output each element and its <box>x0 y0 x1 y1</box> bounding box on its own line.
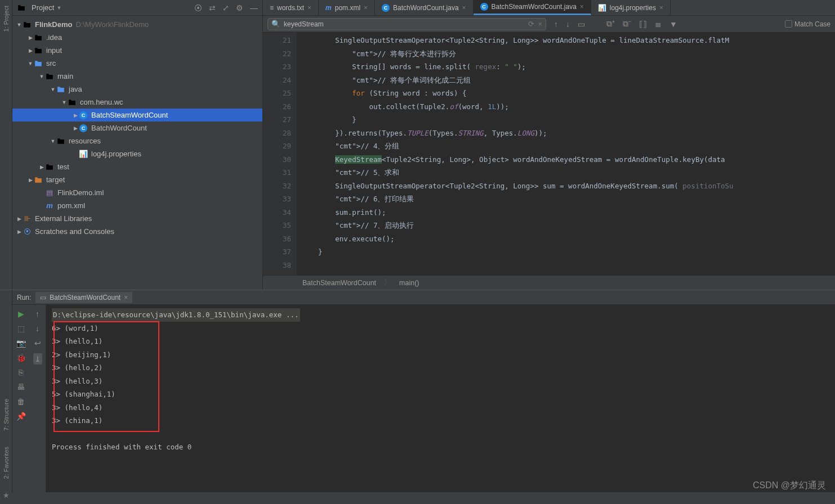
tree-node[interactable]: ▶input <box>12 44 262 57</box>
tree-node[interactable]: ▼resources <box>12 134 262 147</box>
find-history-icon[interactable]: ⟳ <box>528 20 534 28</box>
project-tree[interactable]: ▼ FlinkDemo D:\MyWork\FlinkDemo ▶.idea ▶… <box>12 16 262 290</box>
editor-tab[interactable]: ≡words.txt× <box>263 0 319 15</box>
pin-icon[interactable]: 📌 <box>16 412 26 421</box>
tree-node-selected[interactable]: ▶CBatchSteamWordCount <box>12 109 262 122</box>
tree-node[interactable]: ▼main <box>12 70 262 83</box>
editor-tab[interactable]: mpom.xml× <box>319 0 375 15</box>
print-icon[interactable]: 🖶 <box>17 382 25 392</box>
run-icon[interactable]: ▶ <box>18 309 24 318</box>
editor-tab[interactable]: 📊log4j.properties× <box>591 0 671 15</box>
code-editor[interactable]: SingleOutputStreamOperator<Tuple2<String… <box>297 33 835 275</box>
scrollend-icon[interactable]: ⤓ <box>33 353 42 364</box>
project-panel-title: Project <box>32 3 54 12</box>
sidebar-tab-project[interactable]: 1: Project <box>2 2 11 35</box>
remove-selection-icon[interactable]: ⧉⁻ <box>623 19 631 29</box>
run-title: Run: <box>17 294 31 302</box>
breadcrumb[interactable]: BatchSteamWordCount <box>302 279 376 287</box>
watermark: CSDN @梦幻通灵 <box>753 480 826 492</box>
next-match-icon[interactable]: ↓ <box>566 20 570 29</box>
sidebar-tab-favorites[interactable]: 2: Favorites <box>2 443 11 482</box>
tree-node[interactable]: ▼com.henu.wc <box>12 96 262 109</box>
gutter: 212223242526272829303132333435363738 <box>263 33 297 275</box>
exit-icon[interactable]: ⎘ <box>19 368 23 377</box>
softwrap-icon[interactable]: ↩ <box>34 339 41 348</box>
tree-node[interactable]: ▼src <box>12 57 262 70</box>
match-case-checkbox[interactable]: Match Case <box>785 20 830 28</box>
editor-tabs: ≡words.txt× mpom.xml× CBatchWordCount.ja… <box>263 0 835 16</box>
stop-icon[interactable]: ⬚ <box>17 324 25 333</box>
tree-node[interactable]: ▶CBatchWordCount <box>12 122 262 134</box>
tree-node[interactable]: ▼java <box>12 83 262 96</box>
down-icon[interactable]: ↓ <box>35 324 39 333</box>
gear-icon[interactable]: ⚙ <box>236 3 243 12</box>
close-icon[interactable]: × <box>659 4 663 12</box>
locate-icon[interactable]: ⦿ <box>194 3 202 12</box>
console-output[interactable]: D:\eclipse-ide\resource\java\jdk1.8.0_15… <box>46 305 835 492</box>
breadcrumb[interactable]: main() <box>399 279 419 287</box>
hide-icon[interactable]: — <box>250 3 258 12</box>
expand-icon[interactable]: ⇄ <box>209 3 216 12</box>
run-tab[interactable]: ▭ BatchSteamWordCount × <box>35 292 132 303</box>
search-icon: 🔍 <box>271 20 280 28</box>
tree-node[interactable]: ▤FlinkDemo.iml <box>12 186 262 199</box>
find-input-wrap: 🔍 ⟳ × <box>267 18 546 30</box>
find-input[interactable] <box>284 20 525 28</box>
project-icon <box>17 3 26 12</box>
debug-icon[interactable]: 🐞 <box>16 353 26 362</box>
add-selection-icon[interactable]: ⧉⁺ <box>606 19 615 29</box>
up-icon[interactable]: ↑ <box>35 309 39 318</box>
tree-node[interactable]: ▶test <box>12 160 262 173</box>
collapse-icon[interactable]: ⤢ <box>222 3 229 12</box>
tree-root[interactable]: ▼ FlinkDemo D:\MyWork\FlinkDemo <box>12 18 262 31</box>
prev-match-icon[interactable]: ↑ <box>554 20 558 29</box>
close-icon[interactable]: × <box>462 4 466 12</box>
close-icon[interactable]: × <box>364 4 368 12</box>
tree-node[interactable]: ▶.idea <box>12 31 262 44</box>
sidebar-tab-structure[interactable]: 7: Structure <box>2 395 11 434</box>
filter-icon[interactable]: ▼ <box>669 20 677 29</box>
tree-node[interactable]: ▶⦿Scratches and Consoles <box>12 225 262 238</box>
editor-tab[interactable]: CBatchWordCount.java× <box>375 0 474 15</box>
find-close-icon[interactable]: × <box>538 20 542 28</box>
select-all-icon[interactable]: ▭ <box>578 20 585 29</box>
toggle-icon[interactable]: ≣ <box>655 20 662 29</box>
tree-node[interactable]: ▶target <box>12 173 262 186</box>
select-occurrences-icon[interactable]: ⟦⟧ <box>639 20 647 29</box>
close-icon[interactable]: × <box>580 3 584 11</box>
trash-icon[interactable]: 🗑 <box>17 397 25 406</box>
tree-node[interactable]: ▶⊪External Libraries <box>12 212 262 225</box>
tree-node[interactable]: 📊log4j.properties <box>12 147 262 160</box>
close-icon[interactable]: × <box>307 4 311 12</box>
tree-node[interactable]: mpom.xml <box>12 199 262 212</box>
camera-icon[interactable]: 📷 <box>16 339 26 348</box>
editor-tab-active[interactable]: CBatchSteamWordCount.java× <box>474 0 591 15</box>
